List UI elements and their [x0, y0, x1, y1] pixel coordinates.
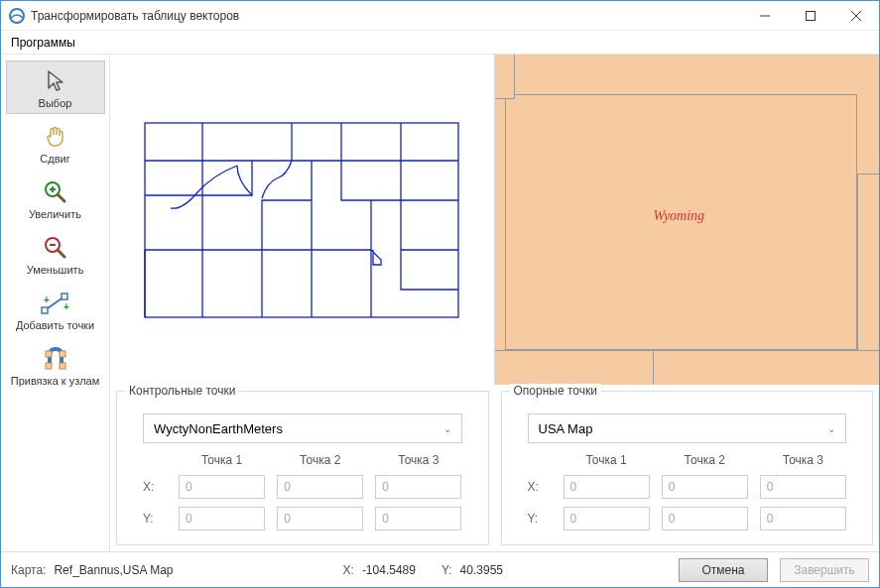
rp-hdr-p2: Точка 2	[662, 453, 748, 467]
add-points-icon: ++	[7, 290, 104, 317]
cp-y-p2[interactable]: 0	[277, 507, 363, 530]
window-title: Трансформировать таблицу векторов	[31, 9, 239, 23]
cp-x-p2[interactable]: 0	[277, 475, 363, 499]
map-source[interactable]	[110, 55, 495, 385]
state-adj-sw	[495, 350, 654, 385]
reference-points-dropdown-value: USA Map	[539, 421, 593, 436]
control-points-group: Контрольные точки WyctyNonEarthMeters ⌄ …	[116, 391, 489, 545]
tool-zoomin-label: Увеличить	[7, 208, 104, 220]
tool-snap-label: Привязка к узлам	[7, 375, 104, 387]
tool-pan-label: Сдвиг	[7, 153, 104, 165]
zoom-out-icon	[7, 234, 104, 262]
maximize-button[interactable]	[788, 1, 833, 31]
map-label-wyoming: Wyoming	[654, 208, 705, 224]
tool-add-points[interactable]: ++ Добавить точки	[6, 283, 105, 336]
status-y-value: 40.3955	[460, 563, 503, 577]
svg-rect-21	[145, 123, 458, 317]
chevron-down-icon: ⌄	[443, 423, 451, 434]
rp-y-p3[interactable]: 0	[760, 507, 846, 530]
chevron-down-icon: ⌄	[827, 423, 835, 434]
reference-points-dropdown[interactable]: USA Map ⌄	[528, 413, 847, 443]
cp-y-p3[interactable]: 0	[375, 507, 461, 530]
rp-hdr-p3: Точка 3	[760, 453, 846, 467]
cp-hdr-p2: Точка 2	[277, 453, 363, 467]
status-y-label: Y:	[441, 563, 452, 577]
close-button[interactable]	[833, 1, 879, 31]
cp-hdr-p3: Точка 3	[375, 453, 461, 467]
tool-snap[interactable]: Привязка к узлам	[6, 338, 105, 392]
tool-zoom-out[interactable]: Уменьшить	[6, 227, 105, 281]
svg-line-10	[58, 250, 64, 257]
source-vector	[143, 121, 460, 319]
cp-x-p1[interactable]: 0	[179, 475, 265, 499]
tool-addpoints-label: Добавить точки	[7, 319, 104, 331]
workarea: Wyoming Контрольные точки WyctyNonEarthM…	[110, 55, 879, 551]
state-adj-s	[644, 350, 880, 385]
map-row: Wyoming	[110, 55, 879, 385]
rp-x-label: X:	[528, 480, 552, 494]
status-map-label: Карта:	[11, 563, 46, 577]
hand-icon	[7, 123, 104, 151]
svg-rect-19	[46, 363, 52, 369]
rp-x-p1[interactable]: 0	[564, 475, 650, 499]
status-map-value: Ref_Bannus,USA Map	[54, 563, 173, 577]
rp-y-label: Y:	[528, 512, 552, 526]
minimize-button[interactable]	[742, 1, 788, 31]
svg-rect-2	[807, 11, 816, 20]
cancel-button[interactable]: Отмена	[679, 558, 768, 582]
finish-button[interactable]: Завершить	[780, 558, 869, 582]
svg-text:+: +	[44, 294, 50, 305]
control-points-dropdown-value: WyctyNonEarthMeters	[154, 421, 283, 436]
svg-text:+: +	[63, 301, 69, 312]
map-reference[interactable]: Wyoming	[495, 55, 880, 385]
svg-rect-20	[60, 363, 65, 369]
status-x-value: -104.5489	[362, 563, 416, 577]
tool-select-label: Выбор	[7, 97, 104, 109]
cp-y-p1[interactable]: 0	[179, 507, 265, 530]
cp-x-p3[interactable]: 0	[375, 475, 461, 499]
menubar: Программы	[1, 31, 879, 55]
cp-hdr-p1: Точка 1	[179, 453, 265, 467]
points-row: Контрольные точки WyctyNonEarthMeters ⌄ …	[110, 385, 879, 551]
control-points-legend: Контрольные точки	[125, 384, 239, 398]
tool-select[interactable]: Выбор	[6, 60, 105, 114]
reference-points-group: Опорные точки USA Map ⌄ Точка 1 Точка 2 …	[501, 391, 874, 545]
menu-programs[interactable]: Программы	[11, 36, 75, 50]
status-x-label: X:	[343, 563, 354, 577]
tool-zoom-in[interactable]: Увеличить	[6, 172, 105, 225]
status-bar: Карта: Ref_Bannus,USA Map X: -104.5489 Y…	[1, 551, 879, 587]
main-area: Выбор Сдвиг Увеличить Уменьшить ++ Добав…	[1, 55, 879, 551]
rp-x-p3[interactable]: 0	[760, 475, 846, 499]
cursor-icon	[7, 67, 104, 95]
state-adj-nw	[495, 55, 515, 99]
svg-rect-14	[62, 294, 67, 299]
rp-hdr-p1: Точка 1	[564, 453, 650, 467]
svg-line-6	[58, 194, 64, 201]
zoom-in-icon	[7, 178, 104, 206]
reference-points-legend: Опорные точки	[510, 384, 601, 398]
cp-y-label: Y:	[143, 512, 167, 526]
control-points-dropdown[interactable]: WyctyNonEarthMeters ⌄	[143, 413, 462, 443]
cp-x-label: X:	[143, 480, 167, 494]
rp-x-p2[interactable]: 0	[662, 475, 748, 499]
tool-zoomout-label: Уменьшить	[7, 264, 104, 276]
tool-pan[interactable]: Сдвиг	[6, 116, 105, 170]
snap-icon	[7, 345, 104, 373]
svg-rect-18	[60, 351, 65, 357]
svg-rect-17	[46, 351, 52, 357]
tool-panel: Выбор Сдвиг Увеличить Уменьшить ++ Добав…	[1, 55, 110, 551]
app-icon	[9, 8, 25, 24]
svg-point-0	[10, 9, 24, 23]
svg-rect-13	[42, 307, 48, 313]
titlebar: Трансформировать таблицу векторов	[1, 1, 879, 31]
rp-y-p1[interactable]: 0	[564, 507, 650, 530]
rp-y-p2[interactable]: 0	[662, 507, 748, 530]
